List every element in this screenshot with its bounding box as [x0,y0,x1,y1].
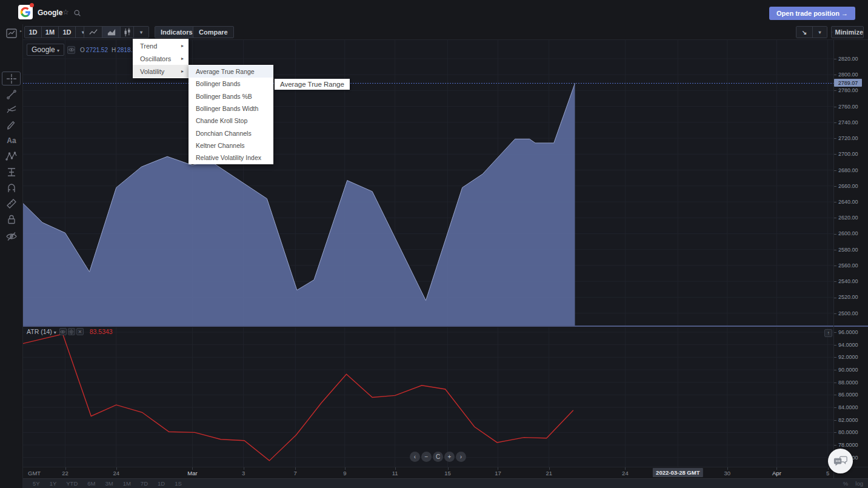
range-button-6m[interactable]: 6M [87,480,95,487]
axis-tick-label: 2720.00 [834,135,858,141]
indicators-menu: Trend▸Oscillators▸Volatility▸ [133,39,189,78]
axis-tick-label: 2800.00 [834,72,858,78]
resize-caret-button[interactable]: ▾ [813,27,827,38]
chat-widget-button[interactable] [828,449,853,473]
axis-tick-label: 96.0000 [834,329,858,335]
submenu-item-bollinger-bands[interactable]: Bollinger Bands [189,78,273,90]
current-price-label: 2789.07 [834,79,862,87]
zoom-out-button[interactable]: − [421,452,432,462]
time-tick-label: 24 [113,470,119,476]
range-button-1d[interactable]: 1D [158,480,165,487]
text-tool-icon[interactable]: Aa [5,135,18,147]
axis-tick-label: 80.0000 [834,429,858,435]
gear-icon[interactable] [68,328,75,335]
pane-divider[interactable] [23,326,868,327]
xabcd-pattern-tool-icon[interactable] [5,150,18,162]
axis-tick-label: 2740.00 [834,119,858,125]
reset-view-button[interactable]: C [433,452,443,462]
area-chart-type-button[interactable] [102,27,121,38]
range-button-1m[interactable]: 1M [123,480,131,487]
crosshair-tool-icon[interactable] [5,73,18,85]
percent-scale-button[interactable]: % [843,480,848,487]
candlestick-type-button[interactable] [121,27,134,38]
indicators-label: Indicators [161,28,193,36]
open-trade-position-button[interactable]: Open trade position → [769,7,855,20]
atr-title-dropdown[interactable]: ATR (14) ▾ [27,328,56,335]
zoom-in-button[interactable]: + [444,452,455,462]
minimize-label: Minimize [835,28,863,36]
time-tick-label: 5 [826,470,829,476]
tool-expand-caret-icon[interactable]: ▸ [20,28,22,33]
chart-type-caret-button[interactable]: ▾ [134,27,149,38]
submenu-item-donchian-channels[interactable]: Donchian Channels [189,127,273,139]
atr-label: ATR (14) [27,328,52,335]
resize-button[interactable]: ↘ [796,27,813,38]
eye-icon[interactable] [67,46,75,54]
time-tick-label: 7 [294,470,297,476]
time-tick-label: 21 [546,470,552,476]
candlestick-icon [124,28,131,37]
axis-tick-label: 86.0000 [834,392,858,398]
scale-options: % log [843,480,863,487]
interval-1d-button[interactable]: 1D [25,27,42,38]
axis-tick-label: 2760.00 [834,104,858,110]
menu-item-oscillators[interactable]: Oscillators▸ [133,52,189,65]
axis-tick-label: 2700.00 [834,151,858,157]
axis-tick-label: 2560.00 [834,262,858,269]
range-button-ytd[interactable]: YTD [66,480,78,487]
long-position-tool-icon[interactable] [5,166,18,178]
line-chart-icon [88,28,98,36]
line-chart-type-button[interactable] [84,27,102,38]
drawing-toolbar: ▸ Aa [0,24,23,488]
menu-item-volatility[interactable]: Volatility▸ [133,65,189,78]
log-scale-button[interactable]: log [855,480,863,487]
time-tick-label: 17 [495,470,501,476]
open-trade-label: Open trade position [776,10,840,17]
crosshair-date-label: 2022-03-28 GMT [653,468,703,477]
star-icon[interactable]: ☆ [62,8,69,16]
atr-indicator-chart[interactable] [23,327,833,467]
close-icon[interactable]: ✕ [76,328,84,335]
submenu-item-bollinger-bands-width[interactable]: Bollinger Bands Width [189,102,273,115]
scroll-left-button[interactable]: ‹ [410,452,420,462]
price-axis[interactable]: 2820.002800.002780.002760.002740.002720.… [834,40,868,327]
range-button-3m[interactable]: 3M [105,480,113,487]
ruler-tool-icon[interactable] [5,198,18,210]
minimize-icon [832,29,833,35]
submenu-item-relative-volatility-index[interactable]: Relative Volatility Index [189,152,273,164]
range-button-7d[interactable]: 7D [141,480,148,487]
maximize-pane-icon[interactable]: ↑ [824,329,832,337]
main-price-chart[interactable] [23,40,833,326]
legend-symbol-label: Google [32,45,55,54]
compare-button[interactable]: Compare [193,26,234,38]
time-tick-label: 24 [622,470,629,476]
axis-tick-label: 92.0000 [834,354,858,360]
scroll-right-button[interactable]: › [456,452,466,462]
submenu-item-chande-kroll-stop[interactable]: Chande Kroll Stop [189,115,273,127]
trendline-tool-icon[interactable] [5,89,18,101]
brush-tool-icon[interactable] [5,119,18,132]
interval-1m-button[interactable]: 1M [42,27,59,38]
range-button-1s[interactable]: 1S [175,480,182,487]
chart-nav-controls: ‹ − C + › [410,452,466,462]
minimize-button[interactable]: Minimize [831,26,864,38]
axis-tick-label: 84.0000 [834,404,858,410]
lock-tool-icon[interactable] [5,213,18,226]
chart-panel-icon[interactable] [5,27,18,39]
range-button-5y[interactable]: 5Y [33,480,40,487]
range-button-1y[interactable]: 1Y [50,480,57,487]
submenu-item-average-true-range[interactable]: Average True Range [189,65,273,78]
legend-symbol-dropdown[interactable]: Google ▾ [27,44,64,56]
eye-icon[interactable] [59,328,67,335]
submenu-item-keltner-channels[interactable]: Keltner Channels [189,139,273,152]
hide-drawings-icon[interactable] [5,230,18,242]
submenu-item-bollinger-bands-b[interactable]: Bollinger Bands %B [189,90,273,102]
interval-current-button[interactable]: 1D [59,27,76,38]
magnet-tool-icon[interactable] [5,182,18,194]
atr-axis[interactable]: 96.000094.000092.000090.000088.000086.00… [834,327,868,467]
time-tick-label: Mar [187,470,197,476]
search-icon[interactable] [73,8,81,19]
pitchfork-tool-icon[interactable] [5,104,18,116]
time-axis[interactable]: GMT 2224Mar379111517212430Apr52022-03-28… [23,467,868,478]
menu-item-trend[interactable]: Trend▸ [133,39,189,52]
